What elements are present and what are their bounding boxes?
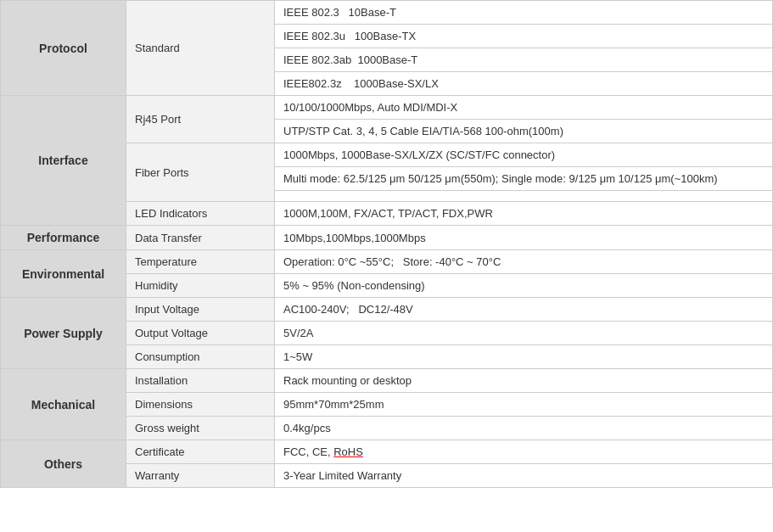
subcategory-cell: Installation xyxy=(126,369,275,393)
value-cell: IEEE802.3z 1000Base-SX/LX xyxy=(275,72,773,96)
value-cell: AC100-240V; DC12/-48V xyxy=(275,298,773,322)
value-cell: 5V/2A xyxy=(275,322,773,345)
category-cell: Mechanical xyxy=(1,369,126,440)
value-cell: UTP/STP Cat. 3, 4, 5 Cable EIA/TIA-568 1… xyxy=(275,120,773,143)
subcategory-cell: Fiber Ports xyxy=(126,143,275,202)
value-cell: 95mm*70mm*25mm xyxy=(275,393,773,417)
subcategory-cell: Temperature xyxy=(126,250,275,274)
subcategory-cell: Output Voltage xyxy=(126,322,275,345)
value-cell: Rack mounting or desktop xyxy=(275,369,773,393)
value-cell: 3-Year Limited Warranty xyxy=(275,464,773,488)
value-cell: 5% ~ 95% (Non-condensing) xyxy=(275,274,773,298)
value-cell: 1000Mbps, 1000Base-SX/LX/ZX (SC/ST/FC co… xyxy=(275,143,773,167)
category-cell: Others xyxy=(1,440,126,488)
subcategory-cell: Certificate xyxy=(126,440,275,464)
spec-table: ProtocolStandardIEEE 802.3 10Base-TIEEE … xyxy=(0,0,773,488)
subcategory-cell: Consumption xyxy=(126,345,275,369)
value-cell: FCC, CE, RoHS xyxy=(275,440,773,464)
value-cell: IEEE 802.3u 100Base-TX xyxy=(275,25,773,48)
subcategory-cell: Data Transfer xyxy=(126,226,275,250)
subcategory-cell: Standard xyxy=(126,1,275,96)
subcategory-cell: Warranty xyxy=(126,464,275,488)
subcategory-cell: Rj45 Port xyxy=(126,96,275,143)
value-cell: 1~5W xyxy=(275,345,773,369)
category-cell: Protocol xyxy=(1,1,126,96)
value-cell: 0.4kg/pcs xyxy=(275,417,773,440)
category-cell: Environmental xyxy=(1,250,126,298)
value-cell: 1000M,100M, FX/ACT, TP/ACT, FDX,PWR xyxy=(275,202,773,226)
rohs-text: RoHS xyxy=(333,445,363,458)
subcategory-cell: Humidity xyxy=(126,274,275,298)
value-cell: 10/100/1000Mbps, Auto MDI/MDI-X xyxy=(275,96,773,120)
subcategory-cell: Input Voltage xyxy=(126,298,275,322)
category-cell: Interface xyxy=(1,96,126,226)
value-cell: Multi mode: 62.5/125 μm 50/125 μm(550m);… xyxy=(275,167,773,191)
subcategory-cell: Gross weight xyxy=(126,417,275,440)
category-cell: Performance xyxy=(1,226,126,250)
value-cell: IEEE 802.3 10Base-T xyxy=(275,1,773,25)
category-cell: Power Supply xyxy=(1,298,126,369)
subcategory-cell: Dimensions xyxy=(126,393,275,417)
subcategory-cell: LED Indicators xyxy=(126,202,275,226)
value-cell: 10Mbps,100Mbps,1000Mbps xyxy=(275,226,773,250)
value-cell: Operation: 0°C ~55°C; Store: -40°C ~ 70°… xyxy=(275,250,773,274)
value-cell: IEEE 802.3ab 1000Base-T xyxy=(275,48,773,72)
value-cell xyxy=(275,191,773,202)
